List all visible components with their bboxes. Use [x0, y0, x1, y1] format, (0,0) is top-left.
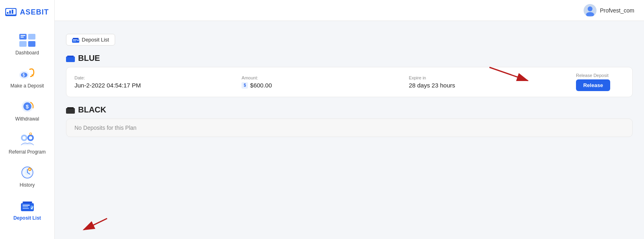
deposit-card-blue: Date: Jun-2-2022 04:54:17 PM Amount: $ $… — [66, 67, 633, 97]
user-avatar — [584, 4, 597, 17]
svg-point-33 — [586, 12, 594, 16]
svg-rect-35 — [73, 38, 78, 39]
svg-rect-39 — [67, 56, 74, 57]
svg-rect-2 — [7, 12, 8, 14]
history-icon — [18, 164, 37, 181]
svg-rect-27 — [23, 202, 32, 203]
make-deposit-icon: $ — [18, 65, 37, 81]
sidebar-item-withdrawal-label: Withdrawal — [15, 116, 39, 122]
user-info: Profvest_com — [584, 4, 634, 17]
sidebar-item-make-deposit[interactable]: $ Make a Deposit — [0, 60, 54, 94]
sidebar-item-history[interactable]: History — [0, 160, 54, 193]
svg-rect-41 — [67, 107, 74, 109]
deposit-amount-number: $600.00 — [250, 82, 272, 89]
svg-rect-29 — [23, 206, 28, 207]
withdrawal-icon: $ — [18, 98, 37, 114]
plan-blue-section: BLUE Date: Jun-2-2022 04:54:17 PM Amount… — [66, 54, 633, 97]
logo-icon — [5, 6, 18, 18]
deposit-amount-value: $ $600.00 — [242, 82, 409, 89]
svg-point-32 — [588, 6, 592, 11]
svg-rect-36 — [73, 39, 77, 40]
plan-black-name: BLACK — [78, 105, 106, 114]
deposit-date-field: Date: Jun-2-2022 04:54:17 PM — [74, 75, 242, 89]
svg-text:$: $ — [26, 104, 29, 110]
release-button[interactable]: Release — [576, 79, 610, 91]
sidebar-item-dashboard[interactable]: Dashboard — [0, 27, 54, 60]
deposit-list-breadcrumb-icon — [72, 37, 79, 43]
deposit-expire-value: 28 days 23 hours — [409, 82, 576, 89]
sidebar-item-withdrawal[interactable]: $ Withdrawal — [0, 94, 54, 127]
breadcrumb-label: Deposit List — [82, 37, 109, 43]
svg-rect-4 — [12, 10, 13, 14]
topbar: Profvest_com — [55, 0, 644, 21]
svg-text:$: $ — [23, 73, 25, 77]
content-area: Deposit List BLUE Date: Jun-2-2022 04:54… — [66, 34, 633, 137]
brand-name: ASEBIT — [20, 8, 49, 17]
svg-rect-40 — [66, 108, 75, 114]
release-deposit-label: Release Deposit — [576, 73, 609, 78]
svg-rect-3 — [9, 10, 11, 14]
deposit-amount-label: Amount: — [242, 75, 409, 80]
deposit-row-blue-0: Date: Jun-2-2022 04:54:17 PM Amount: $ $… — [74, 73, 624, 91]
deposit-list-icon — [18, 197, 37, 214]
svg-rect-28 — [23, 205, 30, 206]
sidebar-item-deposit-list-label: Deposit List — [13, 215, 41, 221]
sidebar-item-deposit-list[interactable]: Deposit List — [0, 193, 54, 226]
plan-black-section: BLACK No Deposits for this Plan — [66, 105, 633, 137]
deposit-expire-label: Expire in — [409, 75, 576, 80]
sidebar-item-dashboard-label: Dashboard — [15, 50, 39, 56]
deposit-date-value: Jun-2-2022 04:54:17 PM — [74, 82, 242, 89]
sidebar-logo: ASEBIT — [0, 6, 54, 18]
svg-point-19 — [23, 136, 26, 139]
sidebar-item-referral[interactable]: Referral Program — [0, 127, 54, 160]
svg-rect-9 — [21, 35, 25, 36]
deposit-amount-field: Amount: $ $600.00 — [242, 75, 409, 89]
black-plan-icon — [66, 106, 75, 114]
no-deposit-card-black: No Deposits for this Plan — [66, 118, 633, 137]
deposit-date-label: Date: — [74, 75, 242, 80]
dashboard-icon — [18, 32, 37, 48]
username: Profvest_com — [600, 7, 634, 14]
svg-rect-30 — [23, 208, 29, 209]
svg-rect-37 — [73, 41, 76, 42]
sidebar: ASEBIT Dashboard $ Make a Deposit — [0, 0, 55, 239]
svg-point-20 — [29, 136, 32, 139]
svg-rect-7 — [28, 34, 35, 39]
sidebar-item-make-deposit-label: Make a Deposit — [10, 83, 44, 89]
deposit-expire-field: Expire in 28 days 23 hours — [409, 75, 576, 89]
main-content: Deposit List BLUE Date: Jun-2-2022 04:54… — [55, 0, 644, 239]
plan-blue-title: BLUE — [66, 54, 633, 63]
svg-rect-10 — [21, 37, 24, 37]
sidebar-item-referral-label: Referral Program — [8, 149, 45, 155]
release-deposit-col: Release Deposit Release — [576, 73, 624, 91]
plan-black-title: BLACK — [66, 105, 633, 114]
plan-blue-name: BLUE — [78, 54, 100, 63]
svg-rect-38 — [66, 56, 75, 62]
svg-rect-6 — [19, 41, 27, 47]
blue-plan-icon — [66, 55, 75, 62]
sidebar-item-history-label: History — [20, 182, 35, 188]
dollar-icon: $ — [242, 82, 248, 89]
svg-rect-8 — [28, 41, 35, 47]
svg-line-45 — [84, 218, 107, 230]
referral-icon — [18, 131, 37, 148]
breadcrumb-button[interactable]: Deposit List — [66, 34, 115, 46]
no-deposits-msg: No Deposits for this Plan — [74, 125, 136, 131]
